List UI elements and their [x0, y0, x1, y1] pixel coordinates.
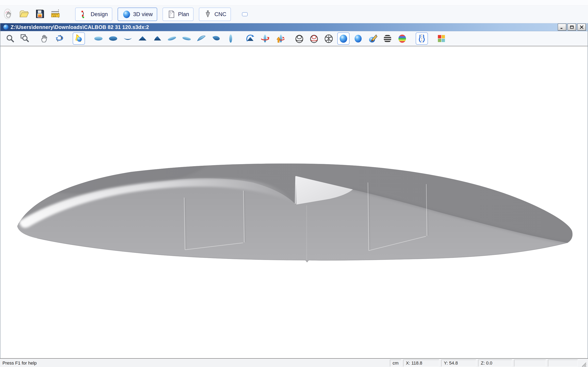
dimensions-button[interactable]: 1 0	[50, 8, 61, 20]
rotate-z-icon[interactable]	[259, 33, 271, 45]
main-toolbar: 1 0 Design 3D view Plan CNC	[0, 6, 588, 23]
view-tail-icon[interactable]	[151, 33, 163, 45]
document-title-bar: Z:\Users\dennery\Downloads\CALBOB 82 31 …	[0, 23, 588, 31]
plan-button[interactable]: Plan	[163, 8, 194, 21]
view-perspective-2-icon[interactable]	[181, 33, 193, 45]
board-outline-icon	[226, 34, 235, 43]
sphere-blue-2-icon	[354, 34, 363, 43]
lamp-icon	[74, 34, 84, 43]
document-title: Z:\Users\dennery\Downloads\CALBOB 82 31 …	[11, 24, 149, 30]
hand-icon	[40, 34, 49, 43]
view-nose-icon[interactable]	[136, 33, 149, 45]
status-help-text: Press F1 for help	[2, 360, 388, 366]
view-outline-icon[interactable]	[225, 33, 237, 45]
sphere-rainbow-icon	[398, 34, 407, 43]
render-mesh-icon[interactable]	[323, 33, 335, 45]
render-shaded-icon[interactable]	[337, 33, 350, 45]
render-curvature-icon[interactable]	[396, 33, 408, 45]
plan-sheet-icon	[167, 10, 176, 19]
render-stripes-icon[interactable]	[381, 33, 394, 45]
open-folder-icon	[18, 8, 29, 20]
symmetry-icon[interactable]	[416, 33, 428, 45]
cnc-button[interactable]: CNC	[199, 8, 231, 21]
new-board-button[interactable]	[2, 8, 14, 20]
status-unit: cm	[390, 360, 401, 367]
unit-inch-button[interactable]	[256, 12, 261, 16]
rotate-animation-icon[interactable]	[244, 33, 256, 45]
symmetry-icon	[417, 34, 426, 43]
tilt-wedge-2-icon	[211, 34, 221, 43]
render-wireframe-red-icon[interactable]	[308, 33, 320, 45]
minimize-button[interactable]	[558, 24, 566, 31]
view-3d-toolbar	[0, 31, 588, 46]
sphere-mesh-icon	[324, 34, 333, 43]
render-wireframe-icon[interactable]	[293, 33, 305, 45]
status-y-coordinate: Y: 54.8	[441, 360, 476, 367]
unit-selector	[242, 12, 268, 16]
tilt-wedge-1-icon	[197, 34, 206, 43]
flip-board-icon[interactable]	[274, 33, 286, 45]
view-perspective-4-icon[interactable]	[210, 33, 222, 45]
view-perspective-3-icon[interactable]	[195, 33, 208, 45]
hand-pointer-icon	[2, 8, 13, 20]
window-buttons	[557, 24, 586, 31]
render-smooth-icon[interactable]	[352, 33, 364, 45]
document-window: Z:\Users\dennery\Downloads\CALBOB 82 31 …	[0, 23, 588, 358]
ellipse-light-icon	[94, 34, 103, 43]
minimize-icon	[560, 25, 564, 29]
zoom-window-icon[interactable]	[19, 33, 31, 45]
sphere-stripes-icon	[383, 34, 392, 43]
close-icon	[579, 25, 584, 29]
view-perspective-1-icon[interactable]	[166, 33, 178, 45]
view-deck-icon[interactable]	[92, 33, 104, 45]
view-rail-icon[interactable]	[122, 33, 134, 45]
design-nodes-icon	[80, 10, 89, 19]
ruler-icon: 1 0	[50, 8, 61, 20]
save-button[interactable]	[34, 8, 45, 20]
orbit-icon	[54, 34, 64, 43]
status-bar: Press F1 for help cm X: 118.8 Y: 54.8 Z:…	[0, 358, 588, 367]
unit-inf-button[interactable]	[263, 12, 268, 16]
svg-text:1 0: 1 0	[53, 15, 56, 17]
pan-icon[interactable]	[38, 33, 51, 45]
blue-sphere-icon	[122, 10, 131, 19]
magnifier-icon	[6, 34, 15, 43]
menu-bar	[0, 0, 588, 6]
sphere-pencil-icon	[368, 34, 378, 43]
open-button[interactable]	[18, 8, 30, 20]
triangle2-icon	[153, 34, 162, 43]
view-3d-button[interactable]: 3D view	[118, 8, 157, 21]
sphere-wire-red-icon	[309, 34, 319, 43]
render-sketch-icon[interactable]	[367, 33, 379, 45]
tilt-ellipse-1-icon	[167, 34, 177, 43]
rotate-view-icon[interactable]	[53, 33, 65, 45]
board-3d-render	[0, 46, 588, 358]
status-empty-panel	[548, 360, 578, 367]
palette-icon	[437, 34, 446, 43]
color-settings-icon[interactable]	[435, 33, 448, 45]
close-button[interactable]	[577, 24, 586, 31]
tilt-ellipse-2-icon	[182, 34, 191, 43]
spin-board-up-icon	[275, 34, 285, 43]
design-button[interactable]: Design	[75, 8, 112, 21]
sphere-blue-icon	[339, 34, 348, 43]
maximize-button[interactable]	[568, 24, 576, 31]
resize-grip[interactable]	[579, 359, 586, 367]
orbit-triangle-icon	[246, 34, 255, 43]
status-x-coordinate: X: 118.8	[403, 360, 439, 367]
status-z-coordinate: Z: 0.0	[478, 360, 512, 367]
maximize-icon	[570, 25, 574, 29]
lighting-icon[interactable]	[73, 33, 85, 45]
sphere-wire-icon	[295, 34, 304, 43]
viewport-3d[interactable]	[0, 46, 588, 358]
floppy-disk-icon	[34, 8, 45, 20]
unit-cm-button[interactable]	[242, 12, 248, 16]
unit-mm-button[interactable]	[249, 12, 255, 16]
lens-icon	[123, 34, 132, 43]
document-sphere-icon	[3, 24, 9, 30]
zoom-icon[interactable]	[4, 33, 16, 45]
ellipse-dark-icon	[108, 34, 118, 43]
view-bottom-icon[interactable]	[107, 33, 119, 45]
magnifier-window-icon	[20, 34, 30, 43]
triangle-icon	[138, 34, 147, 43]
